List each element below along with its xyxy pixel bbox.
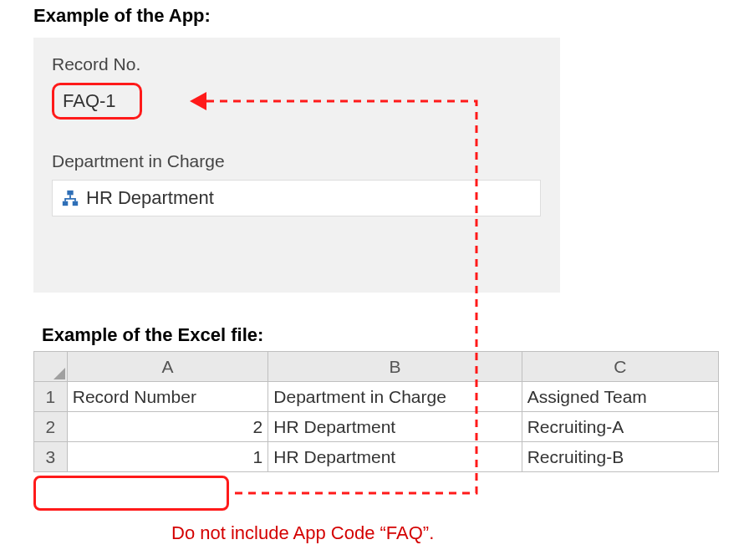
excel-r2-a: 2 [67, 412, 268, 442]
excel-header-c: Assigned Team [522, 382, 718, 412]
excel-row-2-num: 2 [34, 412, 68, 442]
excel-header-a: Record Number [67, 382, 268, 412]
table-row: 2 2 HR Department Recruiting-A [34, 412, 719, 442]
excel-col-a: A [67, 352, 268, 382]
excel-r3-b: HR Department [268, 442, 522, 472]
svg-rect-0 [67, 191, 73, 196]
svg-rect-1 [63, 201, 68, 206]
excel-column-header-row: A B C [34, 352, 719, 382]
table-row: 1 Record Number Department in Charge Ass… [34, 382, 719, 412]
excel-r3-a: 1 [67, 442, 268, 472]
excel-col-c: C [522, 352, 718, 382]
arrow-left-icon [190, 92, 206, 110]
record-number-value: FAQ-1 [52, 83, 142, 120]
excel-col-b: B [268, 352, 522, 382]
org-chart-icon [61, 189, 79, 207]
excel-header-b: Department in Charge [268, 382, 522, 412]
record-number-label: Record No. [52, 54, 542, 74]
excel-row-3-num: 3 [34, 442, 68, 472]
table-row: 3 1 HR Department Recruiting-B [34, 442, 719, 472]
app-record-panel: Record No. FAQ-1 Department in Charge HR… [33, 38, 560, 293]
department-label: Department in Charge [52, 151, 542, 171]
excel-corner-cell [34, 352, 68, 382]
excel-r2-b: HR Department [268, 412, 522, 442]
excel-table-wrapper: A B C 1 Record Number Department in Char… [33, 351, 719, 472]
heading-app-example: Example of the App: [33, 5, 211, 27]
caution-text: Do not include App Code “FAQ”. [171, 522, 434, 544]
excel-table: A B C 1 Record Number Department in Char… [33, 351, 719, 472]
excel-r3-c: Recruiting-B [522, 442, 718, 472]
department-row: HR Department [52, 180, 541, 216]
excel-row-1-num: 1 [34, 382, 68, 412]
heading-excel-example: Example of the Excel file: [42, 324, 263, 346]
excel-highlight-box [33, 476, 229, 511]
excel-r2-c: Recruiting-A [522, 412, 718, 442]
svg-rect-2 [73, 201, 78, 206]
department-value: HR Department [86, 187, 214, 209]
